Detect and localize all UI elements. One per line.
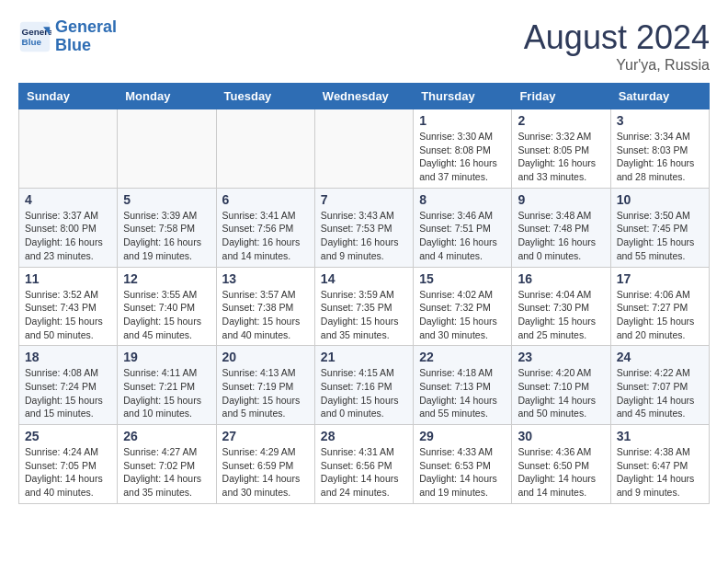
day-info: Sunrise: 3:43 AMSunset: 7:53 PMDaylight:… — [321, 209, 407, 263]
calendar-cell: 22Sunrise: 4:18 AMSunset: 7:13 PMDayligh… — [414, 346, 512, 425]
calendar-cell: 10Sunrise: 3:50 AMSunset: 7:45 PMDayligh… — [610, 188, 709, 267]
day-info: Sunrise: 4:15 AMSunset: 7:16 PMDaylight:… — [321, 366, 407, 420]
day-number: 16 — [518, 271, 604, 286]
calendar-cell: 5Sunrise: 3:39 AMSunset: 7:58 PMDaylight… — [118, 188, 216, 267]
day-info: Sunrise: 3:41 AMSunset: 7:56 PMDaylight:… — [222, 209, 309, 263]
day-number: 27 — [222, 429, 309, 443]
calendar-cell: 29Sunrise: 4:33 AMSunset: 6:53 PMDayligh… — [414, 425, 512, 504]
day-number: 2 — [518, 113, 604, 128]
day-info: Sunrise: 3:52 AMSunset: 7:43 PMDaylight:… — [25, 288, 111, 342]
calendar-cell: 15Sunrise: 4:02 AMSunset: 7:32 PMDayligh… — [414, 267, 512, 346]
day-number: 20 — [222, 350, 309, 364]
calendar-cell: 27Sunrise: 4:29 AMSunset: 6:59 PMDayligh… — [216, 425, 314, 504]
title-area: August 2024 Yur'ya, Russia — [524, 18, 710, 74]
calendar-cell — [216, 109, 314, 189]
calendar-cell: 28Sunrise: 4:31 AMSunset: 6:56 PMDayligh… — [314, 425, 413, 504]
day-info: Sunrise: 4:02 AMSunset: 7:32 PMDaylight:… — [419, 288, 506, 342]
calendar-cell: 31Sunrise: 4:38 AMSunset: 6:47 PMDayligh… — [610, 425, 709, 504]
day-number: 1 — [419, 113, 506, 128]
day-info: Sunrise: 3:55 AMSunset: 7:40 PMDaylight:… — [123, 288, 210, 342]
calendar-cell: 30Sunrise: 4:36 AMSunset: 6:50 PMDayligh… — [512, 425, 610, 504]
day-number: 21 — [321, 350, 407, 364]
day-info: Sunrise: 3:37 AMSunset: 8:00 PMDaylight:… — [25, 209, 111, 263]
day-info: Sunrise: 3:46 AMSunset: 7:51 PMDaylight:… — [419, 209, 506, 263]
day-number: 3 — [617, 113, 703, 128]
day-number: 15 — [419, 271, 506, 286]
calendar-week-4: 18Sunrise: 4:08 AMSunset: 7:24 PMDayligh… — [19, 346, 710, 425]
header-saturday: Saturday — [610, 84, 709, 109]
day-info: Sunrise: 4:04 AMSunset: 7:30 PMDaylight:… — [518, 288, 604, 342]
header-tuesday: Tuesday — [216, 84, 314, 109]
calendar-cell: 25Sunrise: 4:24 AMSunset: 7:05 PMDayligh… — [19, 425, 118, 504]
day-number: 18 — [25, 350, 111, 364]
calendar-cell: 26Sunrise: 4:27 AMSunset: 7:02 PMDayligh… — [118, 425, 216, 504]
calendar-cell: 14Sunrise: 3:59 AMSunset: 7:35 PMDayligh… — [314, 267, 413, 346]
calendar-cell: 13Sunrise: 3:57 AMSunset: 7:38 PMDayligh… — [216, 267, 314, 346]
day-info: Sunrise: 4:27 AMSunset: 7:02 PMDaylight:… — [123, 445, 210, 500]
day-number: 28 — [321, 429, 407, 443]
day-number: 30 — [518, 429, 604, 443]
day-number: 31 — [617, 429, 703, 443]
calendar-cell — [314, 109, 413, 189]
day-info: Sunrise: 4:31 AMSunset: 6:56 PMDaylight:… — [321, 445, 407, 500]
day-number: 22 — [419, 350, 506, 364]
header-monday: Monday — [118, 84, 216, 109]
calendar-cell: 11Sunrise: 3:52 AMSunset: 7:43 PMDayligh… — [19, 267, 118, 346]
calendar-week-5: 25Sunrise: 4:24 AMSunset: 7:05 PMDayligh… — [19, 425, 710, 504]
calendar-cell: 21Sunrise: 4:15 AMSunset: 7:16 PMDayligh… — [314, 346, 413, 425]
day-number: 11 — [25, 271, 111, 286]
day-info: Sunrise: 4:33 AMSunset: 6:53 PMDaylight:… — [419, 445, 506, 500]
location-title: Yur'ya, Russia — [524, 57, 710, 74]
day-number: 7 — [321, 192, 407, 207]
calendar-cell: 20Sunrise: 4:13 AMSunset: 7:19 PMDayligh… — [216, 346, 314, 425]
logo-line2: Blue — [55, 36, 91, 54]
header-sunday: Sunday — [19, 84, 118, 109]
header-friday: Friday — [512, 84, 610, 109]
calendar-cell: 7Sunrise: 3:43 AMSunset: 7:53 PMDaylight… — [314, 188, 413, 267]
calendar-cell: 9Sunrise: 3:48 AMSunset: 7:48 PMDaylight… — [512, 188, 610, 267]
month-title: August 2024 — [524, 18, 710, 57]
day-number: 4 — [25, 192, 111, 207]
day-number: 23 — [518, 350, 604, 364]
calendar-cell: 23Sunrise: 4:20 AMSunset: 7:10 PMDayligh… — [512, 346, 610, 425]
day-number: 14 — [321, 271, 407, 286]
calendar-cell: 16Sunrise: 4:04 AMSunset: 7:30 PMDayligh… — [512, 267, 610, 346]
logo-icon: General Blue — [18, 20, 51, 53]
day-number: 29 — [419, 429, 506, 443]
calendar-cell: 1Sunrise: 3:30 AMSunset: 8:08 PMDaylight… — [414, 109, 512, 189]
day-info: Sunrise: 3:50 AMSunset: 7:45 PMDaylight:… — [617, 209, 703, 263]
day-number: 10 — [617, 192, 703, 207]
day-number: 26 — [123, 429, 210, 443]
day-info: Sunrise: 4:36 AMSunset: 6:50 PMDaylight:… — [518, 445, 604, 500]
header-thursday: Thursday — [414, 84, 512, 109]
day-info: Sunrise: 3:30 AMSunset: 8:08 PMDaylight:… — [419, 130, 506, 184]
page-header: General Blue General Blue August 2024 Yu… — [18, 18, 710, 74]
header-wednesday: Wednesday — [314, 84, 413, 109]
day-number: 6 — [222, 192, 309, 207]
day-number: 8 — [419, 192, 506, 207]
day-number: 9 — [518, 192, 604, 207]
calendar-week-1: 1Sunrise: 3:30 AMSunset: 8:08 PMDaylight… — [19, 109, 710, 189]
day-number: 5 — [123, 192, 210, 207]
day-info: Sunrise: 3:59 AMSunset: 7:35 PMDaylight:… — [321, 288, 407, 342]
calendar-cell: 8Sunrise: 3:46 AMSunset: 7:51 PMDaylight… — [414, 188, 512, 267]
day-info: Sunrise: 3:39 AMSunset: 7:58 PMDaylight:… — [123, 209, 210, 263]
day-info: Sunrise: 4:11 AMSunset: 7:21 PMDaylight:… — [123, 366, 210, 420]
svg-text:Blue: Blue — [22, 37, 42, 47]
day-info: Sunrise: 4:38 AMSunset: 6:47 PMDaylight:… — [617, 445, 703, 500]
day-number: 17 — [617, 271, 703, 286]
day-info: Sunrise: 4:13 AMSunset: 7:19 PMDaylight:… — [222, 366, 309, 420]
calendar-cell — [19, 109, 118, 189]
day-info: Sunrise: 3:48 AMSunset: 7:48 PMDaylight:… — [518, 209, 604, 263]
day-number: 19 — [123, 350, 210, 364]
day-info: Sunrise: 4:29 AMSunset: 6:59 PMDaylight:… — [222, 445, 309, 500]
calendar-cell: 18Sunrise: 4:08 AMSunset: 7:24 PMDayligh… — [19, 346, 118, 425]
calendar-cell: 3Sunrise: 3:34 AMSunset: 8:03 PMDaylight… — [610, 109, 709, 189]
day-number: 13 — [222, 271, 309, 286]
calendar-week-2: 4Sunrise: 3:37 AMSunset: 8:00 PMDaylight… — [19, 188, 710, 267]
calendar-cell: 4Sunrise: 3:37 AMSunset: 8:00 PMDaylight… — [19, 188, 118, 267]
logo-line1: General — [55, 17, 117, 36]
calendar-cell: 17Sunrise: 4:06 AMSunset: 7:27 PMDayligh… — [610, 267, 709, 346]
day-info: Sunrise: 3:57 AMSunset: 7:38 PMDaylight:… — [222, 288, 309, 342]
day-info: Sunrise: 4:20 AMSunset: 7:10 PMDaylight:… — [518, 366, 604, 420]
